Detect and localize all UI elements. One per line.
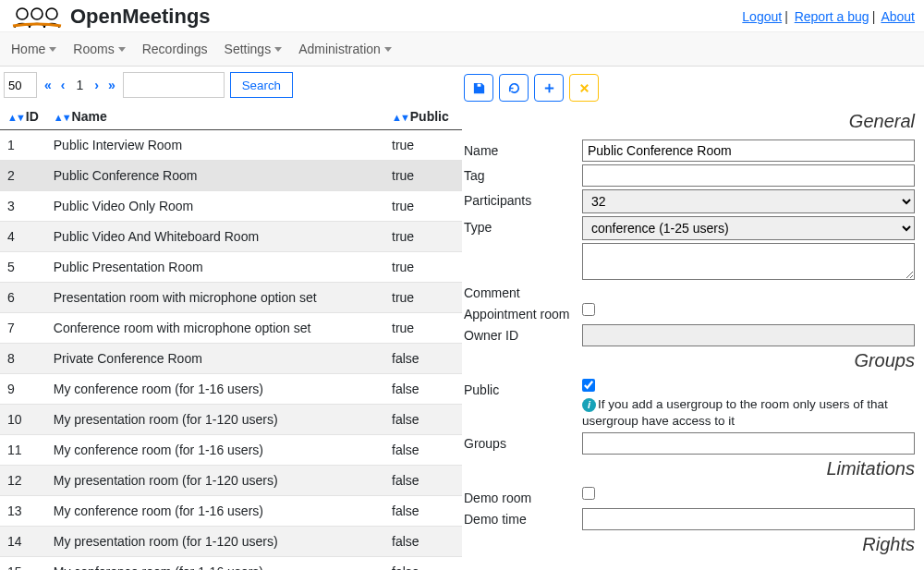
- table-row[interactable]: 8Private Conference Roomfalse: [0, 344, 462, 374]
- cell-name: Conference room with microphone option s…: [46, 313, 384, 344]
- cell-name: Public Interview Room: [46, 130, 384, 161]
- col-id[interactable]: ▲▼ID: [0, 103, 46, 130]
- nav-home[interactable]: Home: [9, 38, 58, 60]
- cell-id: 5: [0, 252, 46, 283]
- sort-icon: ▲▼: [54, 112, 70, 123]
- cell-public: false: [384, 405, 462, 435]
- table-row[interactable]: 15My conference room (for 1-16 users)fal…: [0, 557, 462, 571]
- cell-id: 10: [0, 405, 46, 435]
- col-name[interactable]: ▲▼Name: [46, 103, 384, 130]
- public-checkbox[interactable]: [582, 379, 595, 392]
- table-row[interactable]: 10My presentation room (for 1-120 users)…: [0, 405, 462, 435]
- table-row[interactable]: 11My conference room (for 1-16 users)fal…: [0, 435, 462, 466]
- cell-id: 7: [0, 313, 46, 344]
- page-size-input[interactable]: [4, 72, 37, 98]
- label-name: Name: [464, 139, 582, 158]
- cell-name: Presentation room with microphone option…: [46, 283, 384, 313]
- cell-public: false: [384, 374, 462, 405]
- table-row[interactable]: 1Public Interview Roomtrue: [0, 130, 462, 161]
- cell-name: Public Conference Room: [46, 161, 384, 191]
- table-row[interactable]: 12My presentation room (for 1-120 users)…: [0, 466, 462, 496]
- cell-public: true: [384, 191, 462, 222]
- pager-next-icon[interactable]: ›: [92, 78, 101, 92]
- section-rights: Rights: [464, 534, 915, 555]
- main-navbar: Home Rooms Recordings Settings Administr…: [0, 31, 924, 67]
- name-field[interactable]: [582, 139, 915, 162]
- cell-public: true: [384, 161, 462, 191]
- search-button[interactable]: Search: [230, 72, 293, 98]
- label-public: Public: [464, 379, 582, 397]
- nav-recordings[interactable]: Recordings: [140, 38, 210, 60]
- pager-first-icon[interactable]: «: [43, 78, 54, 92]
- chevron-down-icon: [384, 47, 392, 52]
- nav-rooms[interactable]: Rooms: [71, 38, 127, 60]
- cell-public: false: [384, 496, 462, 527]
- cell-name: Public Presentation Room: [46, 252, 384, 283]
- cell-id: 4: [0, 222, 46, 252]
- table-row[interactable]: 7Conference room with microphone option …: [0, 313, 462, 344]
- owner-id-field: [582, 324, 915, 346]
- table-row[interactable]: 6Presentation room with microphone optio…: [0, 283, 462, 313]
- nav-settings[interactable]: Settings: [223, 38, 285, 60]
- refresh-button[interactable]: [499, 74, 529, 102]
- table-row[interactable]: 9My conference room (for 1-16 users)fals…: [0, 374, 462, 405]
- save-button[interactable]: [464, 74, 493, 102]
- table-row[interactable]: 4Public Video And Whiteboard Roomtrue: [0, 222, 462, 252]
- report-bug-link[interactable]: Report a bug: [795, 9, 869, 24]
- logout-link[interactable]: Logout: [742, 9, 782, 24]
- table-row[interactable]: 3Public Video Only Roomtrue: [0, 191, 462, 222]
- label-groups: Groups: [464, 432, 582, 451]
- cell-name: My presentation room (for 1-120 users): [46, 466, 384, 496]
- section-limitations: Limitations: [464, 458, 915, 479]
- participants-select[interactable]: 32: [582, 189, 915, 213]
- sort-icon: ▲▼: [7, 112, 24, 123]
- table-row[interactable]: 14My presentation room (for 1-120 users)…: [0, 527, 462, 557]
- nav-administration[interactable]: Administration: [297, 38, 394, 60]
- table-row[interactable]: 13My conference room (for 1-16 users)fal…: [0, 496, 462, 527]
- svg-point-2: [46, 8, 57, 19]
- table-row[interactable]: 5Public Presentation Roomtrue: [0, 252, 462, 283]
- cell-name: My conference room (for 1-16 users): [46, 435, 384, 466]
- cell-id: 12: [0, 466, 46, 496]
- chevron-down-icon: [274, 47, 282, 52]
- pager-last-icon[interactable]: »: [106, 78, 117, 92]
- appointment-checkbox[interactable]: [582, 303, 595, 316]
- pager-page: 1: [72, 78, 87, 92]
- cell-name: Private Conference Room: [46, 344, 384, 374]
- label-owner: Owner ID: [464, 324, 582, 343]
- rooms-table: ▲▼ID ▲▼Name ▲▼Public 1Public Interview R…: [0, 103, 462, 570]
- label-appointment: Appointment room: [464, 303, 582, 321]
- label-tag: Tag: [464, 164, 582, 183]
- groups-field[interactable]: [582, 432, 915, 455]
- cell-public: false: [384, 557, 462, 571]
- cell-public: true: [384, 313, 462, 344]
- svg-point-1: [31, 8, 43, 19]
- chevron-down-icon: [49, 47, 56, 52]
- add-button[interactable]: [534, 74, 564, 102]
- label-demo-room: Demo room: [464, 487, 582, 505]
- search-input[interactable]: [123, 72, 225, 98]
- col-public[interactable]: ▲▼Public: [384, 103, 462, 130]
- label-comment: Comment: [464, 285, 582, 300]
- cell-id: 14: [0, 527, 46, 557]
- cell-id: 2: [0, 161, 46, 191]
- demo-room-checkbox[interactable]: [582, 487, 595, 500]
- svg-point-0: [17, 8, 28, 19]
- about-link[interactable]: About: [881, 9, 915, 24]
- cell-name: Public Video And Whiteboard Room: [46, 222, 384, 252]
- info-icon: i: [582, 398, 596, 412]
- cell-public: true: [384, 130, 462, 161]
- cell-public: false: [384, 466, 462, 496]
- pager-prev-icon[interactable]: ‹: [59, 78, 67, 92]
- demo-time-field[interactable]: [582, 508, 915, 530]
- section-general: General: [464, 111, 915, 132]
- close-icon: [578, 81, 591, 95]
- comment-textarea[interactable]: [582, 243, 915, 280]
- cell-id: 11: [0, 435, 46, 466]
- chevron-down-icon: [118, 47, 126, 52]
- table-row[interactable]: 2Public Conference Roomtrue: [0, 161, 462, 191]
- type-select[interactable]: conference (1-25 users): [582, 216, 915, 240]
- tag-field[interactable]: [582, 164, 915, 187]
- delete-button[interactable]: [569, 74, 599, 102]
- brand-title: OpenMeetings: [70, 5, 211, 29]
